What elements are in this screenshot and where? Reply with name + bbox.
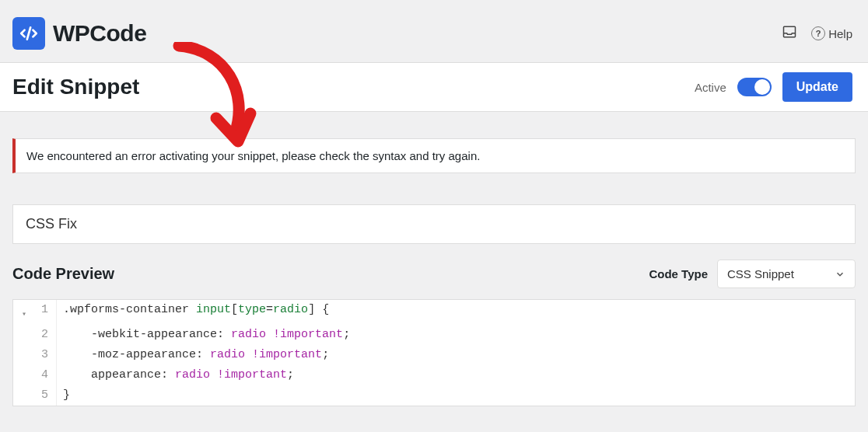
fold-gutter	[13, 385, 35, 406]
help-link[interactable]: ? Help	[811, 26, 852, 40]
line-number: 1	[35, 300, 57, 325]
line-number: 2	[35, 325, 57, 345]
header-right: ? Help	[782, 24, 852, 43]
code-type-value: CSS Snippet	[727, 267, 794, 280]
preview-header: Code Preview Code Type CSS Snippet	[12, 260, 856, 288]
code-content[interactable]: -moz-appearance: radio !important;	[57, 345, 329, 365]
content-wrap: We encountered an error activating your …	[0, 112, 868, 406]
brand-name: WPCode	[53, 20, 146, 47]
error-message: We encountered an error activating your …	[26, 149, 480, 162]
svg-rect-1	[784, 26, 796, 37]
code-line[interactable]: 5}	[13, 385, 855, 406]
code-type-select[interactable]: CSS Snippet	[717, 260, 856, 288]
code-line[interactable]: 3 -moz-appearance: radio !important;	[13, 345, 855, 365]
active-toggle[interactable]	[737, 78, 772, 96]
line-number: 4	[35, 365, 57, 385]
fold-gutter	[13, 345, 35, 365]
brand-logo: WPCode	[12, 17, 146, 50]
code-content[interactable]: }	[57, 385, 70, 406]
toggle-knob	[754, 79, 770, 95]
error-notice: We encountered an error activating your …	[12, 138, 856, 173]
actions-right: Active Update	[695, 72, 852, 102]
code-line[interactable]: ▾1.wpforms-container input[type=radio] {	[13, 300, 855, 325]
code-content[interactable]: .wpforms-container input[type=radio] {	[57, 300, 329, 325]
help-label: Help	[828, 27, 852, 40]
code-preview-heading: Code Preview	[12, 265, 114, 283]
page-actions-bar: Edit Snippet Active Update	[0, 62, 868, 112]
line-number: 5	[35, 385, 57, 406]
fold-gutter[interactable]: ▾	[13, 300, 35, 325]
line-number: 3	[35, 345, 57, 365]
fold-gutter	[13, 365, 35, 385]
active-label: Active	[695, 81, 726, 94]
snippet-title-input[interactable]	[12, 204, 856, 244]
update-button[interactable]: Update	[782, 72, 852, 102]
page-title: Edit Snippet	[12, 75, 139, 99]
code-editor[interactable]: ▾1.wpforms-container input[type=radio] {…	[12, 299, 856, 406]
help-icon: ?	[811, 26, 825, 40]
code-content[interactable]: -webkit-appearance: radio !important;	[57, 325, 350, 345]
fold-gutter	[13, 325, 35, 345]
code-line[interactable]: 2 -webkit-appearance: radio !important;	[13, 325, 855, 345]
code-content[interactable]: appearance: radio !important;	[57, 365, 294, 385]
chevron-down-icon	[835, 269, 845, 280]
top-header: WPCode ? Help	[0, 0, 868, 62]
svg-line-0	[27, 27, 30, 39]
code-type-label: Code Type	[649, 267, 708, 280]
code-type-group: Code Type CSS Snippet	[649, 260, 856, 288]
wpcode-logo-icon	[12, 17, 45, 50]
inbox-icon[interactable]	[782, 24, 797, 43]
code-line[interactable]: 4 appearance: radio !important;	[13, 365, 855, 385]
